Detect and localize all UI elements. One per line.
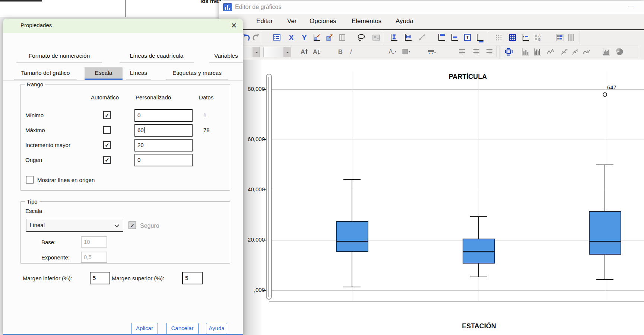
transpose-chart-icon[interactable]: [311, 32, 322, 43]
maximo-auto-checkbox[interactable]: [103, 126, 111, 134]
align-right-icon[interactable]: [484, 47, 495, 57]
incremento-input[interactable]: 20: [134, 139, 193, 151]
bar-chart-icon[interactable]: [520, 47, 530, 57]
clustered-bar-icon[interactable]: [532, 47, 543, 57]
vertical-interval-icon[interactable]: [388, 32, 399, 43]
undo-icon[interactable]: [241, 32, 252, 43]
chart-canvas[interactable]: PARTÍCULA 80,00060,00040,00020,000,00064…: [219, 60, 644, 335]
show-properties-icon[interactable]: [272, 32, 282, 43]
maximo-label: Máximo: [25, 127, 45, 133]
legend-icon[interactable]: [555, 32, 565, 43]
tab-escala[interactable]: Escala: [85, 67, 123, 80]
svg-text:B: B: [538, 38, 541, 41]
bold-icon[interactable]: B: [335, 47, 346, 57]
x-axis-title[interactable]: ESTACIÓN: [442, 322, 516, 330]
cancelar-button[interactable]: Cancelar: [166, 323, 199, 334]
menu-elementos[interactable]: Elementos: [352, 17, 381, 25]
tab-tamano-grafico[interactable]: Tamaño del gráfico: [14, 67, 77, 80]
maximo-input[interactable]: 60: [134, 124, 193, 137]
line-style-icon[interactable]: [426, 47, 437, 57]
swap-axes-icon[interactable]: [324, 32, 335, 43]
gridlines-icon[interactable]: [507, 32, 518, 43]
scatter-line-icon[interactable]: [559, 47, 570, 57]
dialog-title-bar[interactable]: Propiedades ✕: [3, 19, 243, 33]
median-line[interactable]: [589, 241, 621, 242]
text-box-icon[interactable]: T: [462, 32, 473, 43]
redo-icon[interactable]: [251, 32, 261, 43]
font-family-dropdown-icon[interactable]: [253, 47, 260, 57]
minimo-auto-checkbox[interactable]: ✓: [103, 111, 111, 119]
font-size-combo[interactable]: [263, 47, 284, 57]
select-x-axis-icon[interactable]: X: [286, 32, 296, 43]
align-center-icon[interactable]: [471, 47, 482, 57]
tipo-escala-label: Escala: [25, 208, 42, 214]
mostrar-linea-checkbox[interactable]: [26, 176, 34, 184]
ayuda-button[interactable]: Ayuda: [206, 323, 227, 334]
data-labels-icon[interactable]: AB: [533, 32, 543, 43]
select-chart-area-icon[interactable]: [504, 47, 514, 57]
tab-variables[interactable]: Variables: [209, 50, 243, 63]
scale-type-select[interactable]: Lineal: [26, 219, 123, 232]
x-axis-line[interactable]: [269, 301, 644, 302]
select-y-axis-icon[interactable]: Y: [299, 32, 310, 43]
origen-auto-checkbox[interactable]: ✓: [103, 156, 111, 164]
boxplot-box[interactable]: [589, 211, 621, 255]
margen-inferior-input[interactable]: 5: [90, 272, 110, 284]
menu-editar[interactable]: Editar: [256, 17, 273, 25]
title-bar[interactable]: Editor de gráficos —: [219, 1, 644, 14]
origen-input[interactable]: 0: [134, 154, 193, 166]
y-axis-line[interactable]: [269, 77, 269, 297]
median-line[interactable]: [463, 251, 495, 252]
line-chart-icon[interactable]: [545, 47, 556, 57]
decrease-font-icon[interactable]: A: [311, 47, 322, 57]
whisker-line: [352, 252, 352, 287]
increase-font-icon[interactable]: A: [299, 47, 310, 57]
margen-superior-input[interactable]: 5: [182, 272, 203, 284]
axis-ticks-icon[interactable]: [520, 32, 531, 43]
toolbar-main: XYTAB: [219, 31, 644, 45]
pie-chart-icon[interactable]: [614, 47, 624, 57]
bar-columns-icon[interactable]: [566, 32, 577, 43]
italic-icon[interactable]: I: [346, 47, 356, 57]
title-icon[interactable]: [436, 32, 447, 43]
menu-ver[interactable]: Ver: [287, 17, 297, 25]
incremento-auto-checkbox[interactable]: ✓: [103, 141, 111, 149]
tab-separator: [3, 80, 243, 81]
tab-etiquetas-marcas[interactable]: Etiquetas y marcas: [166, 67, 228, 80]
window-title: Editor de gráficos: [235, 4, 282, 10]
reference-line-icon[interactable]: [416, 32, 427, 43]
insert-image-icon[interactable]: [371, 32, 381, 43]
font-color-icon[interactable]: A.: [387, 47, 398, 57]
boxplot-box[interactable]: [336, 221, 368, 252]
minimize-button[interactable]: —: [626, 2, 637, 12]
horizontal-interval-icon[interactable]: [403, 32, 413, 43]
base-input: 10: [81, 236, 107, 248]
menu-ayuda[interactable]: Ayuda: [396, 17, 413, 25]
aplicar-button[interactable]: Aplicar: [131, 323, 158, 334]
scatter-chart-icon[interactable]: [570, 47, 580, 57]
menu-opciones[interactable]: Opciones: [310, 17, 336, 25]
tab-lineas[interactable]: Líneas: [126, 67, 151, 80]
footnote-icon[interactable]: [475, 32, 485, 43]
annotation-icon[interactable]: [449, 32, 460, 43]
data-grid-icon[interactable]: [337, 32, 347, 43]
font-size-dropdown-icon[interactable]: [284, 47, 291, 57]
area-chart-icon[interactable]: [601, 47, 611, 57]
fill-color-icon[interactable]: [401, 47, 411, 57]
whisker-line: [478, 217, 479, 239]
outlier-point[interactable]: [603, 92, 607, 97]
svg-text:A.: A.: [388, 48, 394, 55]
tab-lineas-cuadricula[interactable]: Líneas de cuadrícula: [120, 50, 194, 63]
align-left-icon[interactable]: [457, 47, 467, 57]
minimo-input[interactable]: 0: [134, 109, 193, 122]
median-line[interactable]: [336, 241, 368, 242]
tab-formato-numeracion[interactable]: Formato de numeración: [16, 50, 102, 63]
toolbar-format: AABIA.: [219, 45, 644, 60]
chart-title[interactable]: PARTÍCULA: [431, 73, 505, 81]
minimo-datos: 1: [203, 112, 206, 118]
interpolation-icon[interactable]: [581, 47, 592, 57]
col-automatico: Automático: [91, 94, 119, 100]
close-icon[interactable]: ✕: [228, 20, 240, 31]
grid-points-icon[interactable]: [494, 32, 504, 43]
lasso-select-icon[interactable]: [356, 32, 367, 43]
